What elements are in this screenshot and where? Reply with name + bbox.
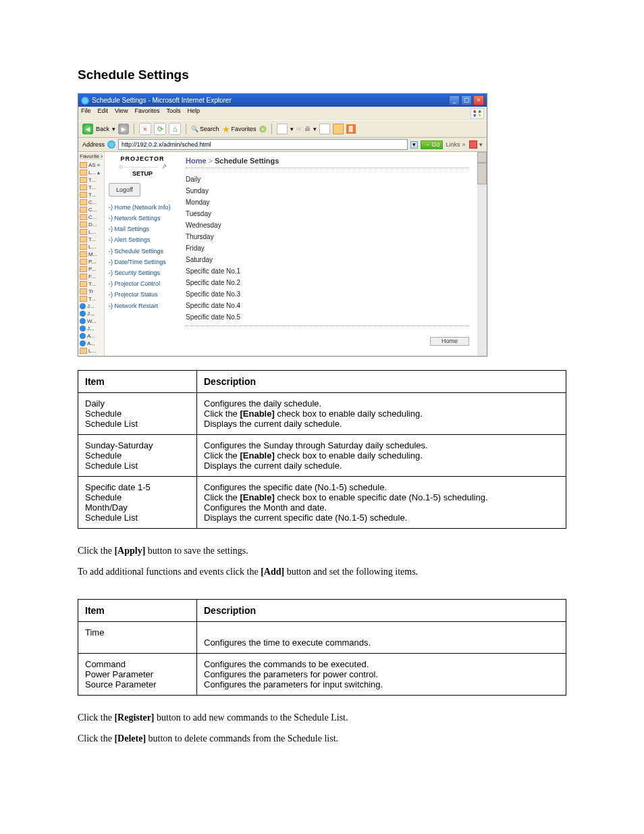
nav-network-restart[interactable]: Network Restart [109,301,176,311]
nav-home[interactable]: Home (Network Info) [109,202,176,213]
go-button[interactable]: → Go [421,140,444,149]
favorites-item[interactable]: A... [80,332,103,340]
edit-icon[interactable] [319,124,330,134]
schedule-link-sunday[interactable]: Sunday [186,185,469,197]
menu-favorites[interactable]: Favorites [134,108,159,119]
ie-icon [80,303,86,309]
ie-icon [81,97,89,105]
favorites-item[interactable]: J... [80,310,103,317]
schedule-link-specific5[interactable]: Specific date No.5 [186,311,469,323]
favorites-item[interactable]: L... [80,228,103,236]
nav-network-settings[interactable]: Network Settings [109,213,176,224]
favorites-item[interactable]: Tr [80,288,103,295]
menu-file[interactable]: File [81,108,91,119]
nav-projector-status[interactable]: Projector Status [109,289,176,300]
address-input[interactable] [118,139,408,150]
menu-edit[interactable]: Edit [98,108,109,119]
favorites-item[interactable]: C... [80,206,103,213]
schedule-link-specific1[interactable]: Specific date No.1 [186,265,469,277]
minimize-button[interactable]: _ [449,95,460,105]
favorites-item[interactable]: T... [80,191,103,199]
mail-icon[interactable]: ✉ [296,126,302,132]
scrollbar[interactable] [477,152,487,356]
nav-schedule-settings[interactable]: Schedule Settings [109,246,176,257]
history-icon[interactable]: ❂ [259,125,267,134]
favorites-item[interactable]: T... [80,176,103,184]
search-button[interactable]: 🔍Search [191,126,219,132]
projector-main: Home>Schedule Settings Daily Sunday Mond… [180,152,477,356]
favorites-item[interactable]: P... [80,258,103,265]
schedule-link-specific4[interactable]: Specific date No.4 [186,300,469,311]
favorites-item[interactable]: AS » [80,161,103,169]
refresh-icon[interactable]: ⟳ [154,123,166,135]
nav-projector-control[interactable]: Projector Control [109,278,176,289]
table-row: Time Configures the time to execute comm… [78,622,566,654]
scroll-up-icon[interactable] [477,152,487,163]
scroll-thumb[interactable] [477,163,487,184]
address-dropdown-icon[interactable]: ▾ [410,141,418,149]
schedule-link-monday[interactable]: Monday [186,197,469,208]
back-dropdown-icon[interactable]: ▾ [112,126,115,132]
ie-icon [80,311,86,317]
folder-icon [80,281,87,287]
table-header-row: Item Description [78,600,566,622]
ie-icon [80,340,86,346]
favorites-item[interactable]: W... [80,317,103,325]
schedule-link-wednesday[interactable]: Wednesday [186,219,469,231]
menu-tools[interactable]: Tools [166,108,180,119]
favorites-item[interactable]: L... [80,347,103,355]
body-text-2: Click the [Register] button to add new c… [78,710,566,746]
favorites-item[interactable]: D... [80,221,103,228]
nav-datetime-settings[interactable]: Date/Time Settings [109,257,176,267]
favorites-item[interactable]: J... [80,303,103,310]
schedule-link-specific2[interactable]: Specific date No.2 [186,277,469,288]
close-icon[interactable]: × [101,153,103,159]
favorites-item[interactable]: A... [80,340,103,347]
favorites-item[interactable]: M... [80,251,103,258]
favorites-item[interactable]: T... [80,295,103,303]
schedule-link-tuesday[interactable]: Tuesday [186,208,469,219]
schedule-link-daily[interactable]: Daily [186,174,469,185]
nav-alert-settings[interactable]: Alert Settings [109,234,176,245]
schedule-link-saturday[interactable]: Saturday [186,254,469,265]
folder-icon [80,214,87,220]
forward-icon[interactable]: ► [118,124,129,134]
rss-icon[interactable]: ▓ [346,124,356,134]
home-icon[interactable]: ⌂ [169,123,181,135]
links-label[interactable]: Links » ▾ [446,140,483,149]
favorites-item[interactable]: C... [80,199,103,206]
back-label[interactable]: Back [96,126,109,132]
media-icon[interactable] [277,124,288,134]
nav-security-settings[interactable]: Security Settings [109,267,176,278]
home-button[interactable]: Home [430,337,469,346]
favorites-item[interactable]: T... [80,184,103,191]
favorites-button[interactable]: ★Favorites [222,125,257,134]
maximize-button[interactable]: ▢ [461,95,472,105]
favorites-item[interactable]: P... [80,265,103,273]
favorites-item[interactable]: L... ▴ [80,169,103,176]
favorites-item[interactable]: L... [80,243,103,251]
logoff-button[interactable]: Logoff [109,183,140,197]
nav-mail-settings[interactable]: Mail Settings [109,224,176,234]
breadcrumb-home[interactable]: Home [186,157,207,165]
print-icon[interactable]: 🖶 [304,126,311,132]
schedule-link-friday[interactable]: Friday [186,242,469,254]
schedule-link-thursday[interactable]: Thursday [186,231,469,242]
messenger-icon[interactable] [333,124,344,134]
ie-icon [80,325,86,332]
back-icon[interactable]: ◄ [82,124,93,134]
folder-icon [80,296,87,302]
favorites-item[interactable]: T... [80,236,103,243]
close-button[interactable]: × [473,95,484,105]
schedule-link-specific3[interactable]: Specific date No.3 [186,288,469,300]
favorites-item[interactable]: C... [80,213,103,221]
stop-icon[interactable]: × [139,123,151,135]
menu-help[interactable]: Help [187,108,200,119]
folder-icon [80,236,87,242]
ie-icon [80,318,86,324]
browser-body: Favorite × AS » L... ▴ T... T... T... C.… [78,152,487,356]
favorites-item[interactable]: J... [80,325,103,332]
favorites-item[interactable]: T... [80,280,103,288]
menu-view[interactable]: View [115,108,128,119]
favorites-item[interactable]: F... [80,273,103,280]
